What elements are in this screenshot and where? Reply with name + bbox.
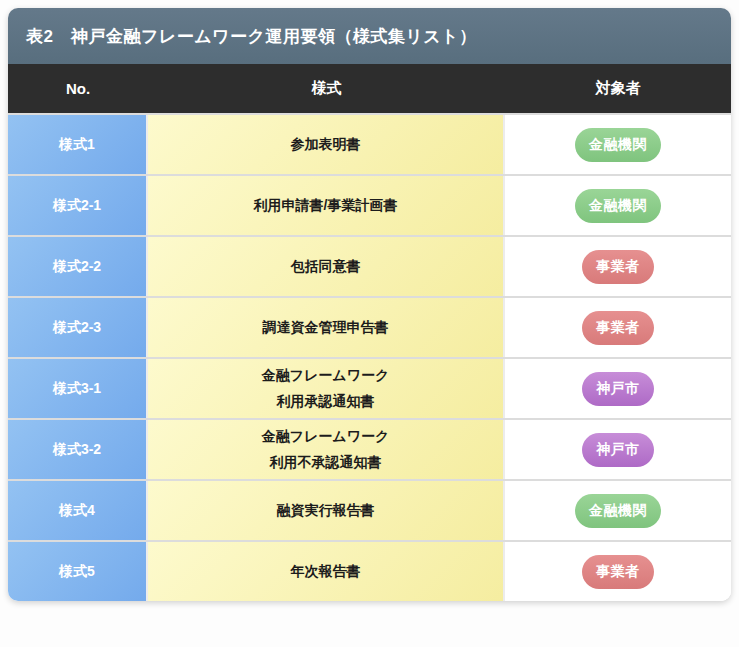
table-row: 様式2-1 利用申請書/事業計画書 金融機関 [8,174,731,235]
row-target-cell: 事業者 [505,542,731,601]
row-no-cell: 様式5 [8,542,148,601]
row-no-cell: 様式4 [8,481,148,540]
table-title-bar: 表2 神戸金融フレームワーク運用要領（様式集リスト） [8,8,731,64]
target-badge: 金融機関 [575,494,661,528]
header-cell-form: 様式 [148,79,505,98]
row-target-cell: 事業者 [505,237,731,296]
row-target-cell: 神戸市 [505,359,731,418]
table-row: 様式5 年次報告書 事業者 [8,540,731,601]
row-form-cell: 包括同意書 [148,237,505,296]
table-title: 表2 神戸金融フレームワーク運用要領（様式集リスト） [26,25,477,48]
row-no-cell: 様式3-1 [8,359,148,418]
table-body: 様式1 参加表明書 金融機関 様式2-1 利用申請書/事業計画書 金融機関 様式… [8,113,731,601]
row-no-cell: 様式2-1 [8,176,148,235]
row-target-cell: 金融機関 [505,115,731,174]
table-header-row: No. 様式 対象者 [8,64,731,113]
table-row: 様式4 融資実行報告書 金融機関 [8,479,731,540]
row-no-cell: 様式1 [8,115,148,174]
target-badge: 金融機関 [575,128,661,162]
target-badge: 事業者 [582,555,654,589]
forms-list-table-card: 表2 神戸金融フレームワーク運用要領（様式集リスト） No. 様式 対象者 様式… [8,8,731,601]
header-cell-no: No. [8,80,148,97]
table-row: 様式2-3 調達資金管理申告書 事業者 [8,296,731,357]
table-row: 様式2-2 包括同意書 事業者 [8,235,731,296]
target-badge: 金融機関 [575,189,661,223]
row-form-cell: 金融フレームワーク 利用不承認通知書 [148,420,505,479]
target-badge: 神戸市 [582,433,654,467]
row-no-cell: 様式2-3 [8,298,148,357]
row-form-cell: 金融フレームワーク 利用承認通知書 [148,359,505,418]
row-target-cell: 金融機関 [505,176,731,235]
row-no-cell: 様式2-2 [8,237,148,296]
target-badge: 事業者 [582,250,654,284]
target-badge: 事業者 [582,311,654,345]
row-form-cell: 調達資金管理申告書 [148,298,505,357]
row-form-cell: 融資実行報告書 [148,481,505,540]
row-form-cell: 参加表明書 [148,115,505,174]
header-cell-target: 対象者 [505,79,731,98]
row-target-cell: 神戸市 [505,420,731,479]
row-form-cell: 利用申請書/事業計画書 [148,176,505,235]
table-row: 様式3-1 金融フレームワーク 利用承認通知書 神戸市 [8,357,731,418]
table-row: 様式1 参加表明書 金融機関 [8,113,731,174]
row-no-cell: 様式3-2 [8,420,148,479]
row-form-cell: 年次報告書 [148,542,505,601]
target-badge: 神戸市 [582,372,654,406]
row-target-cell: 事業者 [505,298,731,357]
table-row: 様式3-2 金融フレームワーク 利用不承認通知書 神戸市 [8,418,731,479]
row-target-cell: 金融機関 [505,481,731,540]
